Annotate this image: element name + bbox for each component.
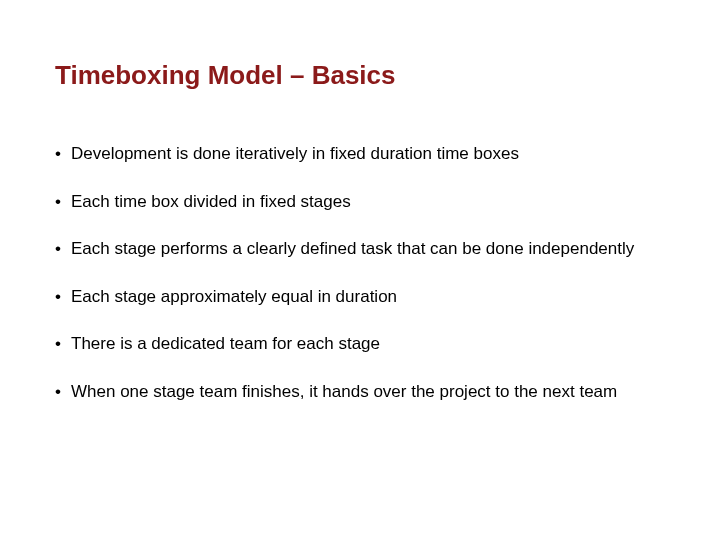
list-item: Each time box divided in fixed stages [55,189,665,215]
list-item: Development is done iteratively in fixed… [55,141,665,167]
list-item: Each stage approximately equal in durati… [55,284,665,310]
list-item: There is a dedicated team for each stage [55,331,665,357]
list-item: Each stage performs a clearly defined ta… [55,236,665,262]
slide-title: Timeboxing Model – Basics [55,60,665,91]
bullet-list: Development is done iteratively in fixed… [55,141,665,404]
list-item: When one stage team finishes, it hands o… [55,379,665,405]
